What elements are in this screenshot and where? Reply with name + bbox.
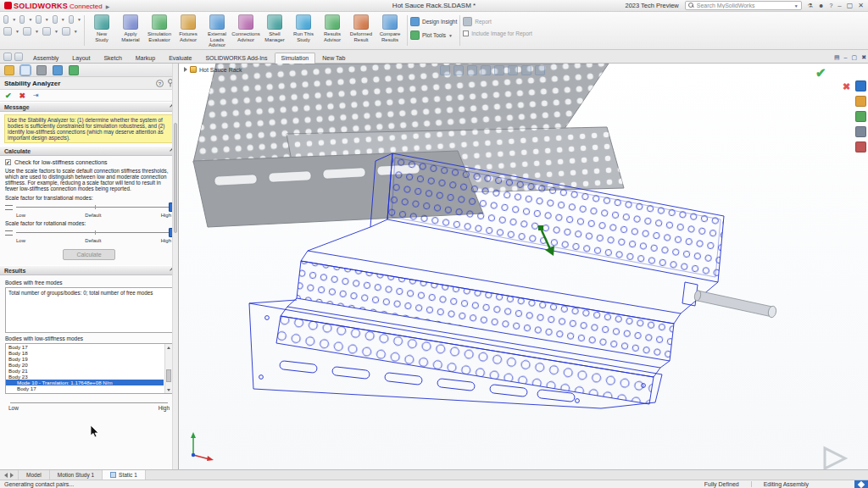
tab-layout[interactable]: Layout bbox=[65, 53, 97, 63]
hide-show-items-icon[interactable] bbox=[521, 65, 531, 75]
cancel-x-icon[interactable]: ✖ bbox=[19, 92, 26, 100]
options-caret-icon[interactable]: ▼ bbox=[54, 29, 58, 34]
ribbon-button-connections-advisor[interactable]: Connections Advisor bbox=[231, 14, 260, 48]
save-icon[interactable] bbox=[36, 15, 41, 24]
listbox-scrollbar[interactable] bbox=[164, 344, 172, 393]
search-caret-icon[interactable]: ▼ bbox=[794, 3, 798, 8]
translational-slider-track[interactable] bbox=[16, 202, 173, 212]
help-icon[interactable]: ? bbox=[829, 2, 832, 10]
tech-preview-label[interactable]: 2023 Tech Preview bbox=[625, 2, 678, 9]
app-logo[interactable]: SOLIDWORKS Connected ▶ bbox=[4, 2, 109, 10]
ok-check-icon[interactable]: ✔ bbox=[5, 92, 12, 100]
scroll-up-icon[interactable] bbox=[165, 344, 172, 351]
undo-caret-icon[interactable]: ▼ bbox=[77, 17, 81, 22]
edit-appearance-icon[interactable] bbox=[535, 65, 545, 75]
list-item-body-21[interactable]: Body 21 bbox=[6, 368, 164, 374]
tab-assembly[interactable]: Assembly bbox=[26, 53, 65, 63]
configurationmanager-tab-icon[interactable] bbox=[36, 65, 47, 75]
restore-doc-icon[interactable]: ▢ bbox=[852, 53, 858, 61]
list-item-body-18[interactable]: Body 18 bbox=[6, 350, 164, 356]
calculate-section-header[interactable]: Calculate bbox=[0, 146, 178, 156]
scroll-down-icon[interactable] bbox=[165, 386, 172, 393]
bottom-tab-static-1[interactable]: Static 1 bbox=[103, 470, 146, 480]
select-caret-icon[interactable]: ▼ bbox=[15, 29, 19, 34]
report-button[interactable]: Report bbox=[463, 17, 532, 26]
minimize-doc-icon[interactable]: – bbox=[844, 53, 848, 61]
appearance-caret-icon[interactable]: ▼ bbox=[74, 29, 78, 34]
3dexperience-icon[interactable] bbox=[854, 480, 868, 488]
save-caret-icon[interactable]: ▼ bbox=[45, 17, 49, 22]
low-stiffness-listbox[interactable]: Body 17Body 18Body 19Body 20Body 21Body … bbox=[5, 343, 173, 394]
logo-caret-icon[interactable]: ▶ bbox=[106, 3, 110, 9]
fast-forward-icon[interactable]: ⇥ bbox=[33, 92, 39, 99]
ribbon-button-compare-results[interactable]: Compare Results bbox=[376, 14, 404, 48]
ribbon-button-deformed-result[interactable]: Deformed Result bbox=[347, 14, 376, 48]
tab-simulation[interactable]: Simulation bbox=[275, 53, 316, 64]
minimize-window-icon[interactable]: – bbox=[837, 2, 841, 10]
flyout-arrow-icon[interactable] bbox=[184, 67, 187, 72]
design-insight-button[interactable]: Design Insight bbox=[410, 17, 457, 26]
display-style-icon[interactable] bbox=[508, 65, 518, 75]
include-image-checkbox[interactable]: Include Image for Report bbox=[463, 30, 532, 36]
tab-evaluate[interactable]: Evaluate bbox=[162, 53, 198, 63]
ribbon-button-results-advisor[interactable]: Results Advisor bbox=[318, 14, 347, 48]
rebuild-icon[interactable] bbox=[23, 27, 31, 36]
zoom-to-fit-icon[interactable] bbox=[440, 65, 450, 75]
plot-tools-button[interactable]: Plot Tools ▼ bbox=[410, 30, 457, 40]
3d-model-scene[interactable] bbox=[179, 64, 868, 469]
design-library-icon[interactable] bbox=[855, 96, 866, 107]
select-icon[interactable] bbox=[3, 27, 12, 36]
search-input[interactable]: Search MySolidWorks ▼ bbox=[685, 1, 802, 10]
list-item-body-23[interactable]: Body 23 bbox=[6, 374, 164, 380]
panel-scrollbar-thumb[interactable] bbox=[174, 123, 177, 233]
appearance-icon[interactable] bbox=[62, 27, 70, 36]
options-icon[interactable] bbox=[42, 27, 51, 36]
graphics-viewport[interactable]: Hot Sauce Rack ✔ ✖ bbox=[179, 64, 868, 469]
list-item-mode-10-translation-1-17648e-08-n-m[interactable]: Mode 10 - Translation: 1.17648e+08 N/m bbox=[6, 380, 164, 385]
beaker-icon[interactable]: ⚗ bbox=[808, 2, 813, 10]
pane-display-icon[interactable]: ▤ bbox=[834, 53, 840, 61]
file-explorer-icon[interactable] bbox=[855, 111, 866, 122]
view-palette-icon[interactable] bbox=[855, 126, 866, 137]
appearances-icon[interactable] bbox=[855, 141, 866, 152]
tab-markup[interactable]: Markup bbox=[129, 53, 162, 63]
undo-icon[interactable] bbox=[69, 15, 74, 24]
confirmation-cancel-icon[interactable]: ✖ bbox=[843, 81, 850, 92]
previous-view-icon[interactable] bbox=[467, 65, 477, 75]
print-caret-icon[interactable]: ▼ bbox=[61, 17, 65, 22]
calculate-button[interactable]: Calculate bbox=[63, 249, 115, 260]
tabs-scroll-left-icon[interactable] bbox=[4, 473, 8, 478]
bottom-tab-motion-study-1[interactable]: Motion Study 1 bbox=[50, 470, 103, 480]
ribbon-button-fixtures-advisor[interactable]: Fixtures Advisor bbox=[174, 14, 203, 48]
resources-icon[interactable] bbox=[855, 80, 866, 92]
help-icon[interactable]: ? bbox=[156, 80, 164, 87]
section-view-icon[interactable] bbox=[481, 65, 491, 75]
list-item-body-17[interactable]: Body 17 bbox=[6, 385, 164, 391]
list-item-body-19[interactable]: Body 19 bbox=[6, 356, 164, 362]
print-icon[interactable] bbox=[53, 15, 58, 24]
bottom-tab-model[interactable]: Model bbox=[19, 470, 50, 480]
ribbon-button-new-study[interactable]: New Study bbox=[87, 14, 116, 48]
confirmation-accept-icon[interactable]: ✔ bbox=[815, 65, 826, 80]
panel-scrollbar[interactable] bbox=[172, 64, 178, 469]
ribbon-button-external-loads-advisor[interactable]: External Loads Advisor bbox=[203, 14, 231, 48]
user-icon[interactable]: ☻ bbox=[818, 2, 824, 10]
tabs-scroll-right-icon[interactable] bbox=[10, 473, 14, 478]
results-section-header[interactable]: Results bbox=[0, 265, 178, 275]
ribbon-button-apply-material[interactable]: Apply Material bbox=[116, 14, 145, 48]
open-icon[interactable] bbox=[19, 15, 25, 24]
close-doc-icon[interactable]: ✖ bbox=[861, 53, 866, 61]
options-tab-icon[interactable] bbox=[14, 53, 23, 61]
featuremanager-tab-icon[interactable] bbox=[4, 65, 14, 75]
ribbon-button-shell-manager[interactable]: Shell Manager bbox=[260, 14, 289, 48]
new-icon[interactable] bbox=[3, 15, 8, 24]
dimxpertmanager-tab-icon[interactable] bbox=[53, 65, 63, 75]
message-section-header[interactable]: Message bbox=[0, 102, 178, 112]
displaymanager-tab-icon[interactable] bbox=[69, 65, 79, 75]
list-item-body-20[interactable]: Body 20 bbox=[6, 362, 164, 368]
restore-window-icon[interactable]: ▢ bbox=[847, 2, 854, 10]
list-item-body-17[interactable]: Body 17 bbox=[6, 344, 164, 350]
zoom-to-area-icon[interactable] bbox=[453, 65, 464, 75]
pin-commandmanager-icon[interactable] bbox=[3, 53, 12, 61]
open-caret-icon[interactable]: ▼ bbox=[28, 17, 32, 22]
